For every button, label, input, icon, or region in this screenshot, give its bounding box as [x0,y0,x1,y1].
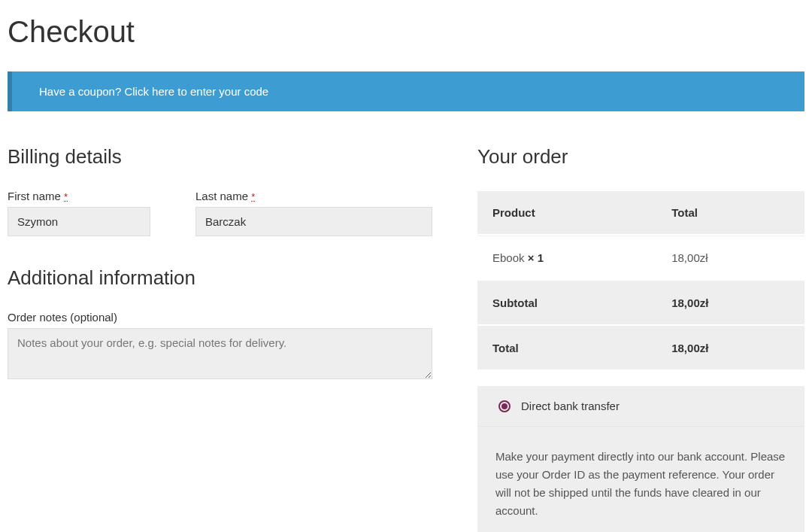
last-name-label: Last name * [195,190,432,202]
first-name-input[interactable] [8,207,150,236]
order-table: Product Total Ebook × 1 18,00zł Subtotal… [477,190,804,371]
additional-heading: Additional information [8,266,432,290]
order-item-name: Ebook [492,251,528,264]
order-item-price: 18,00zł [656,236,804,279]
order-total-label: Total [477,326,656,369]
radio-selected-icon[interactable] [498,400,511,412]
order-subtotal-label: Subtotal [477,281,656,324]
order-header-total: Total [656,191,804,234]
page-title: Checkout [8,8,804,49]
coupon-prompt: Have a coupon? [39,85,124,98]
payment-method-row[interactable]: Direct bank transfer [477,386,804,426]
last-name-input[interactable] [195,207,432,236]
payment-method-label: Direct bank transfer [521,400,620,412]
order-header-product: Product [477,191,656,234]
order-item-row: Ebook × 1 18,00zł [477,236,804,279]
billing-heading: Billing details [8,145,432,169]
payment-description: Make your payment directly into our bank… [477,426,804,532]
order-subtotal-row: Subtotal 18,00zł [477,281,804,324]
payment-box: Direct bank transfer Make your payment d… [477,386,804,532]
order-notes-textarea[interactable] [8,328,432,379]
order-total-value: 18,00zł [656,326,804,369]
order-notes-label: Order notes (optional) [8,311,432,324]
order-total-row: Total 18,00zł [477,326,804,369]
required-mark: * [64,191,68,202]
order-heading: Your order [477,145,804,169]
coupon-banner[interactable]: Have a coupon? Click here to enter your … [8,71,804,111]
coupon-link[interactable]: Click here to enter your code [124,85,268,98]
order-subtotal-value: 18,00zł [656,281,804,324]
required-mark: * [251,191,255,202]
first-name-label: First name * [8,190,150,202]
order-item-qty: × 1 [528,251,544,264]
